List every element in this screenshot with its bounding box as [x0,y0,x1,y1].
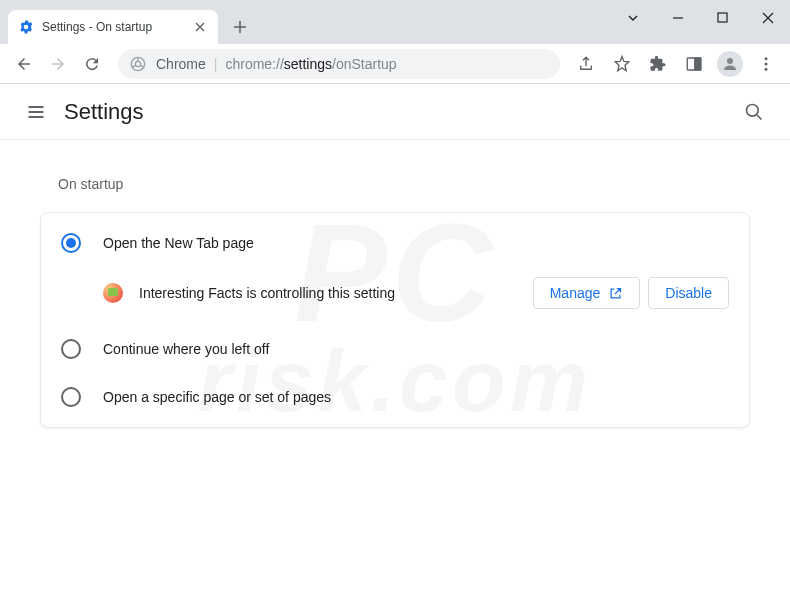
svg-rect-0 [718,13,727,22]
back-button[interactable] [8,48,40,80]
disable-button[interactable]: Disable [648,277,729,309]
tab-title: Settings - On startup [42,20,152,34]
svg-point-2 [135,61,140,66]
chevron-down-icon[interactable] [610,0,655,35]
settings-header: Settings [0,84,790,140]
external-link-icon [608,286,623,301]
close-window-button[interactable] [745,0,790,35]
svg-point-9 [747,104,759,116]
radio-unselected-icon[interactable] [61,339,81,359]
radio-continue[interactable]: Continue where you left off [41,325,749,373]
radio-label: Open the New Tab page [103,235,254,251]
sidepanel-icon[interactable] [678,48,710,80]
browser-tab[interactable]: Settings - On startup [8,10,218,44]
radio-selected-icon[interactable] [61,233,81,253]
notice-actions: Manage Disable [533,277,729,309]
new-tab-button[interactable] [226,13,254,41]
omnibox-scheme-label: Chrome [156,56,206,72]
svg-point-7 [765,62,768,65]
avatar-icon [717,51,743,77]
maximize-button[interactable] [700,0,745,35]
radio-open-new-tab[interactable]: Open the New Tab page [41,219,749,267]
settings-content: On startup Open the New Tab page Interes… [0,140,790,452]
page-title: Settings [64,99,144,125]
forward-button[interactable] [42,48,74,80]
extensions-icon[interactable] [642,48,674,80]
reload-button[interactable] [76,48,108,80]
svg-point-6 [765,57,768,60]
radio-label: Open a specific page or set of pages [103,389,331,405]
share-icon[interactable] [570,48,602,80]
browser-toolbar: Chrome | chrome://settings/onStartup [0,44,790,84]
radio-unselected-icon[interactable] [61,387,81,407]
omnibox-separator: | [214,56,218,72]
toolbar-actions [570,48,782,80]
window-titlebar: Settings - On startup [0,0,790,44]
close-tab-icon[interactable] [192,19,208,35]
omnibox-url-scheme: chrome:// [225,56,283,72]
address-bar[interactable]: Chrome | chrome://settings/onStartup [118,49,560,79]
disable-label: Disable [665,285,712,301]
search-icon[interactable] [734,92,774,132]
window-controls [610,0,790,35]
notice-text: Interesting Facts is controlling this se… [139,285,395,301]
bookmark-icon[interactable] [606,48,638,80]
omnibox-url-rest: /onStartup [332,56,397,72]
extension-icon [103,283,123,303]
svg-point-8 [765,67,768,70]
svg-point-5 [727,58,733,64]
section-title: On startup [58,176,750,192]
startup-card: Open the New Tab page Interesting Facts … [40,212,750,428]
chrome-icon [130,56,146,72]
minimize-button[interactable] [655,0,700,35]
hamburger-menu-icon[interactable] [16,92,56,132]
manage-label: Manage [550,285,601,301]
omnibox-url-path: settings [284,56,332,72]
gear-icon [18,19,34,35]
radio-label: Continue where you left off [103,341,269,357]
menu-icon[interactable] [750,48,782,80]
extension-controlled-notice: Interesting Facts is controlling this se… [41,267,749,325]
profile-button[interactable] [714,48,746,80]
manage-button[interactable]: Manage [533,277,641,309]
svg-rect-4 [695,58,701,70]
radio-specific-pages[interactable]: Open a specific page or set of pages [41,373,749,421]
